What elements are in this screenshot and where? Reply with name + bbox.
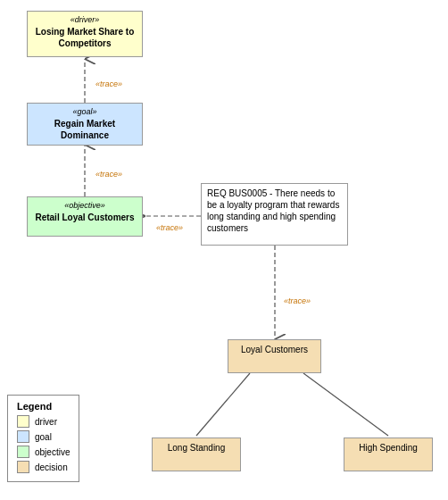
driver-stereotype: «driver» (33, 15, 137, 26)
requirement-label: REQ BUS0005 - There needs to be a loyalt… (207, 188, 342, 234)
objective-label: Retail Loyal Customers (33, 212, 137, 223)
long-standing-label: Long Standing (158, 442, 235, 454)
loyal-customers-label: Loyal Customers (234, 344, 315, 355)
legend-label-driver: driver (35, 417, 57, 427)
legend-color-objective (17, 446, 29, 458)
trace-label-2: «trace» (95, 170, 122, 179)
goal-label: Regain Market Dominance (33, 118, 137, 141)
loyal-to-longstanding-line (196, 373, 250, 436)
driver-label: Losing Market Share to Competitors (33, 26, 137, 49)
long-standing-node: Long Standing (152, 438, 241, 471)
high-spending-node: High Spending (344, 438, 433, 471)
loyal-to-highspending-line (303, 373, 388, 436)
legend-item-goal: goal (17, 430, 70, 443)
loyal-customers-node: Loyal Customers (228, 339, 321, 373)
legend-color-decision (17, 461, 29, 473)
legend-label-decision: decision (35, 462, 68, 472)
high-spending-label: High Spending (350, 442, 427, 454)
trace-label-3: «trace» (156, 223, 183, 232)
legend-color-goal (17, 430, 29, 443)
requirement-node: REQ BUS0005 - There needs to be a loyalt… (201, 183, 348, 246)
legend-label-objective: objective (35, 447, 70, 457)
legend-label-goal: goal (35, 432, 52, 442)
driver-node: «driver» Losing Market Share to Competit… (27, 11, 143, 57)
legend-box: Legend driver goal objective decision (7, 395, 79, 482)
goal-stereotype: «goal» (33, 107, 137, 118)
legend-item-driver: driver (17, 415, 70, 428)
diagram-container: «trace» «trace» «trace» «trace» «driver»… (0, 0, 448, 500)
legend-item-objective: objective (17, 446, 70, 458)
legend-color-driver (17, 415, 29, 428)
objective-stereotype: «objective» (33, 201, 137, 212)
objective-node: «objective» Retail Loyal Customers (27, 196, 143, 237)
legend-item-decision: decision (17, 461, 70, 473)
goal-node: «goal» Regain Market Dominance (27, 103, 143, 146)
legend-title: Legend (17, 401, 70, 412)
trace-label-4: «trace» (284, 296, 311, 305)
trace-label-1: «trace» (95, 79, 122, 88)
